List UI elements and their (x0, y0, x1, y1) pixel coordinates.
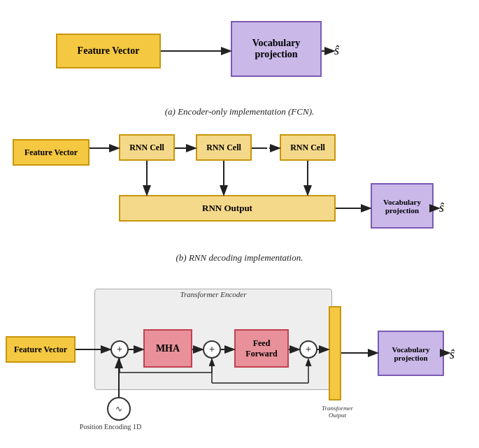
transformer-encoder-label: Transformer Encoder (94, 290, 332, 298)
section-b: Feature Vector RNN Cell RNN Cell RNN Cel… (0, 122, 479, 251)
rnn-cell-3-b: RNN Cell (280, 134, 336, 161)
transformer-encoder-bg (94, 289, 332, 390)
mha-c: MHA (143, 329, 192, 368)
vocab-proj-b: Vocabulary projection (371, 183, 434, 229)
feature-vector-b: Feature Vector (13, 139, 90, 166)
transformer-output-label: Transformer Output (318, 405, 357, 419)
rnn-cell-2-b: RNN Cell (196, 134, 252, 161)
s-hat-a: ŝ (334, 43, 339, 58)
diagram-container: Feature Vector Vocabulary projection ŝ (… (0, 0, 479, 448)
pos-enc-circle-c: ∿ (107, 397, 131, 421)
s-hat-c: ŝ (450, 347, 455, 362)
section-c: Transformer Encoder Feature Vector + MHA… (0, 268, 479, 448)
sum-circle-2-c: + (203, 340, 221, 359)
transformer-output-bar (329, 306, 341, 400)
feed-forward-c: Feed Forward (234, 329, 289, 368)
vocab-proj-a: Vocabulary projection (231, 21, 322, 77)
caption-a: (a) Encoder-only implementation (FCN). (0, 106, 479, 117)
feature-vector-c: Feature Vector (6, 336, 76, 363)
section-a: Feature Vector Vocabulary projection ŝ (0, 7, 479, 105)
sum-circle-1-c: + (110, 340, 129, 359)
caption-b: (b) RNN decoding implementation. (0, 252, 479, 263)
vocab-proj-c: Vocabulary projection (378, 331, 444, 376)
s-hat-b: ŝ (439, 201, 444, 215)
feature-vector-a: Feature Vector (56, 34, 161, 68)
rnn-output-b: RNN Output (119, 195, 336, 222)
sum-circle-3-c: + (299, 340, 317, 359)
pos-enc-label-c: Position Encoding 1D (76, 423, 145, 431)
rnn-cell-1-b: RNN Cell (119, 134, 175, 161)
